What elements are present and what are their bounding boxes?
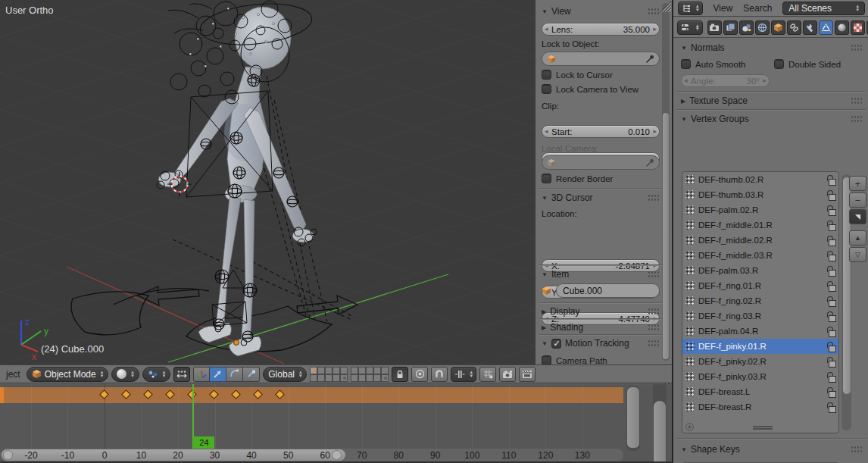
tab-texture-icon[interactable]: [851, 20, 865, 35]
properties-header[interactable]: ▴▾: [673, 17, 868, 38]
panel-drag-dots-icon[interactable]: [648, 308, 660, 315]
tab-world-icon[interactable]: [755, 20, 770, 35]
auto-smooth-checkbox[interactable]: [681, 59, 691, 69]
render-border-checkbox[interactable]: [542, 174, 551, 183]
lock-camera-row[interactable]: Lock Camera to View: [542, 84, 660, 94]
unlock-icon[interactable]: [827, 327, 835, 336]
tab-object-icon[interactable]: [771, 20, 785, 35]
vertex-group-row[interactable]: DEF-f_ring.02.R: [682, 293, 838, 308]
timeline-scrollbar[interactable]: [0, 449, 623, 461]
unlock-icon[interactable]: [827, 296, 835, 305]
auto-smooth-row[interactable]: Auto Smooth: [681, 59, 770, 69]
tab-material-icon[interactable]: [835, 20, 849, 35]
scale-manipulator-button[interactable]: [243, 367, 260, 382]
unlock-icon[interactable]: [827, 402, 835, 411]
edge-scrollbar[interactable]: [653, 384, 667, 463]
outliner-header[interactable]: ▴▾ View Search All Scenes ▴▾: [673, 0, 868, 17]
slider-right-arrow-icon[interactable]: ▸: [653, 25, 657, 33]
local-camera-field[interactable]: [542, 155, 660, 170]
list-resize-grip[interactable]: [753, 426, 773, 430]
layers-block-1[interactable]: [310, 367, 348, 382]
slider-left-arrow-icon[interactable]: ◂: [545, 25, 548, 33]
layer-toggle[interactable]: [317, 367, 325, 374]
3d-viewport[interactable]: z y x User Ortho (24) Cube.000: [0, 0, 535, 364]
rotate-manipulator-button[interactable]: [226, 367, 243, 382]
scenes-dropdown[interactable]: All Scenes ▴▾: [782, 2, 865, 15]
timeline-editor[interactable]: 24 -20-100102030405060708090100110120130: [0, 384, 672, 463]
object-menu-label-cut[interactable]: ject: [3, 369, 23, 380]
scrollbar-thumb[interactable]: [663, 113, 669, 359]
vertex-group-row[interactable]: DEF-f_middle.01.R: [682, 217, 838, 233]
vertex-group-row[interactable]: DEF-f_ring.01.R: [682, 278, 838, 293]
layer-toggle[interactable]: [325, 374, 333, 382]
layer-toggle[interactable]: [366, 367, 373, 374]
layer-toggle[interactable]: [373, 374, 381, 382]
render-border-row[interactable]: Render Border: [542, 174, 660, 183]
layers-block-2[interactable]: [351, 367, 389, 382]
camera-path-row[interactable]: Camera Path: [542, 355, 660, 364]
add-group-button[interactable]: +: [849, 176, 866, 191]
vertex-group-row[interactable]: DEF-palm.02.R: [682, 202, 838, 217]
vertex-groups-panel-header[interactable]: ▼ Vertex Groups: [681, 112, 863, 126]
vertex-group-row[interactable]: DEF-breast.L: [682, 384, 838, 399]
panel-drag-dots-icon[interactable]: [648, 271, 660, 278]
lock-camera-checkbox[interactable]: [542, 84, 551, 94]
double-sided-row[interactable]: Double Sided: [774, 59, 862, 69]
unlock-icon[interactable]: [827, 281, 835, 290]
unlock-icon[interactable]: [827, 387, 835, 396]
snap-magnet-button[interactable]: [431, 367, 448, 382]
unlock-icon[interactable]: [827, 190, 835, 199]
layer-toggle[interactable]: [358, 374, 366, 382]
layer-toggle[interactable]: [310, 374, 317, 382]
unlock-icon[interactable]: [827, 342, 835, 351]
eyedropper-icon[interactable]: [645, 55, 654, 64]
opengl-render-anim-button[interactable]: [519, 367, 535, 382]
panel-drag-dots-icon[interactable]: [648, 339, 660, 347]
layer-toggle[interactable]: [340, 367, 348, 374]
object-name-field[interactable]: Cube.000: [556, 283, 660, 298]
vertex-groups-list[interactable]: DEF-thumb.02.RDEF-thumb.03.RDEF-palm.02.…: [682, 171, 839, 433]
lens-slider[interactable]: ◂ Lens: 35.000 ▸: [542, 23, 660, 36]
slider-left-arrow-icon[interactable]: ◂: [545, 127, 548, 135]
angle-slider[interactable]: ◂ Angle: 30° ▸: [681, 74, 770, 87]
outliner-view-menu[interactable]: View: [713, 3, 733, 14]
vertex-group-row[interactable]: DEF-thumb.03.R: [682, 187, 838, 202]
layer-toggle[interactable]: [325, 367, 333, 374]
item-panel-header[interactable]: ▼ Item: [542, 267, 660, 281]
camera-path-checkbox[interactable]: [542, 355, 551, 364]
move-group-down-button[interactable]: ▽: [849, 247, 866, 262]
scrollbar-thumb[interactable]: [654, 401, 666, 463]
snap-element-dropdown[interactable]: ▴▾: [451, 367, 476, 382]
panel-drag-dots-icon[interactable]: [851, 97, 863, 105]
tab-scene-icon[interactable]: [739, 20, 754, 35]
area-resize-corner[interactable]: [660, 1, 671, 12]
layer-toggle[interactable]: [351, 374, 358, 382]
item-object-row[interactable]: Cube.000: [542, 283, 660, 298]
tab-constraints-icon[interactable]: [787, 20, 801, 35]
layer-toggle[interactable]: [310, 367, 317, 374]
unlock-icon[interactable]: [827, 175, 835, 184]
tab-render-layers-icon[interactable]: [723, 20, 738, 35]
outliner-search-menu[interactable]: Search: [743, 3, 772, 14]
panel-drag-dots-icon[interactable]: [851, 44, 863, 52]
layer-toggle[interactable]: [340, 374, 348, 382]
vertex-group-row[interactable]: DEF-f_middle.02.R: [682, 233, 838, 248]
translate-manipulator-button[interactable]: [210, 367, 226, 382]
opengl-render-button[interactable]: [499, 367, 516, 382]
unlock-icon[interactable]: [827, 251, 835, 260]
pivot-dropdown[interactable]: ▴▾: [142, 367, 171, 382]
proportional-edit-button[interactable]: [411, 367, 428, 382]
vertex-group-row[interactable]: DEF-palm.04.R: [682, 324, 838, 339]
tab-object-data-icon[interactable]: [819, 20, 833, 35]
panel-drag-dots-icon[interactable]: [648, 324, 660, 331]
n-panel[interactable]: ▼ View ◂ Lens: 35.000 ▸ Lock to Object: …: [535, 0, 671, 364]
layer-toggle[interactable]: [373, 367, 381, 374]
lock-to-cursor-checkbox[interactable]: [542, 70, 551, 80]
snap-target-button[interactable]: [479, 367, 496, 382]
layer-toggle[interactable]: [351, 367, 358, 374]
mode-dropdown[interactable]: Object Mode ▴▾: [27, 367, 109, 382]
orientation-dropdown[interactable]: Global ▴▾: [263, 367, 307, 382]
layer-toggle[interactable]: [366, 374, 373, 382]
layer-toggle[interactable]: [381, 374, 389, 382]
remove-group-button[interactable]: −: [849, 192, 866, 208]
